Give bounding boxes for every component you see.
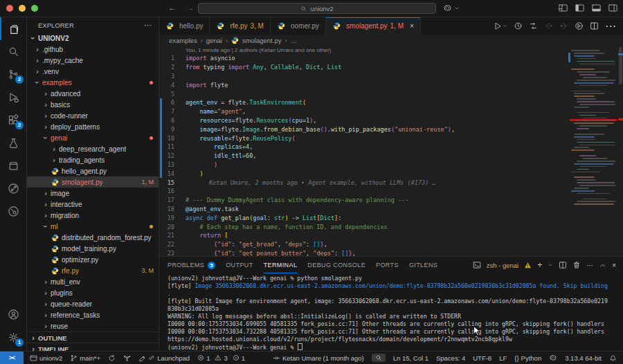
sidebar-item-smolagent.py[interactable]: smolagent.py1, M <box>27 176 159 188</box>
toggle-panel-icon[interactable] <box>592 4 601 12</box>
sidebar-item-multi_env[interactable]: ›multi_env <box>27 276 159 287</box>
sidebar-item-advanced[interactable]: ›advanced <box>27 88 159 99</box>
code-line-1[interactable]: 1import asyncio <box>159 54 623 63</box>
panel-more-actions-icon[interactable]: ⋯ <box>586 262 593 269</box>
run-python-file-button[interactable] <box>494 22 507 30</box>
code-line-2[interactable]: 2from typing import Any, Callable, Dict,… <box>159 63 623 72</box>
code-line-7[interactable]: 7 name="agent", <box>159 107 623 116</box>
close-tab-icon[interactable]: × <box>410 22 414 30</box>
sidebar-item-genai[interactable]: ›genai <box>27 132 159 143</box>
code-line-23[interactable]: 23 {"id": "get_peanut_butter", "deps": [… <box>159 249 623 256</box>
breadcrumb-item-smolagent.py[interactable]: smolagent.py <box>242 37 282 44</box>
breadcrumb-item-…[interactable]: … <box>290 37 297 44</box>
copilot-menu[interactable] <box>443 3 460 12</box>
python-interpreter-status[interactable]: 3.13.4 64-bit <box>565 354 602 362</box>
code-line-8[interactable]: 8 resources=flyte.Resources(cpu=1), <box>159 116 623 125</box>
flyte-extension-icon[interactable] <box>0 200 26 223</box>
new-terminal-button[interactable]: + <box>537 260 542 270</box>
code-line-6[interactable]: 6agent_env = flyte.TaskEnvironment( <box>159 98 623 107</box>
search-status-button[interactable] <box>372 354 386 362</box>
sidebar-item-image[interactable]: ›image <box>27 188 159 199</box>
indentation-status[interactable]: Spaces: 4 <box>436 354 465 362</box>
sidebar-item-queue-reader[interactable]: ›queue-reader <box>27 298 159 309</box>
cursor-position[interactable]: Ln 15, Col 1 <box>393 354 428 362</box>
explorer-more-actions[interactable]: ⋯ <box>144 21 152 30</box>
maximize-window-button[interactable] <box>31 5 38 12</box>
compare-changes-icon[interactable] <box>529 21 538 30</box>
notifications-button[interactable] <box>609 354 617 362</box>
language-mode[interactable]: {} Python <box>514 354 541 362</box>
sidebar-item-examples[interactable]: ›examples <box>27 77 159 88</box>
close-panel-icon[interactable]: × <box>612 262 616 269</box>
code-line-22[interactable]: 22 {"id": "get_bread", "deps": []}, <box>159 240 623 249</box>
sidebar-item-interactive[interactable]: ›interactive <box>27 199 159 210</box>
sidebar-item-plugins[interactable]: ›plugins <box>27 287 159 298</box>
code-line-15[interactable]: 15Ketan Umare, 2 months ago • Agent exam… <box>159 178 623 187</box>
tab-smolagent.py[interactable]: smolagent.py1, M× <box>326 17 421 35</box>
code-line-20[interactable]: 20 # Each step has a name, function ID, … <box>159 222 623 231</box>
previous-change-icon[interactable] <box>544 21 553 30</box>
panel-tab-problems[interactable]: PROBLEMS5 <box>168 257 215 273</box>
code-line-14[interactable]: 14 ) <box>159 169 623 178</box>
sidebar-item-deploy_patterns[interactable]: ›deploy_patterns <box>27 121 159 132</box>
library-view-icon[interactable] <box>0 154 26 177</box>
maximize-panel-icon[interactable] <box>599 262 606 269</box>
remote-indicator[interactable]: >< <box>0 352 24 364</box>
tab-rfe.py[interactable]: rfe.py3, M <box>210 17 270 35</box>
breadcrumb-item-genai[interactable]: genai <box>206 37 222 44</box>
sidebar-item-.venv[interactable]: ›.venv <box>27 66 159 77</box>
customize-layout-icon[interactable] <box>559 4 568 12</box>
outline-section[interactable]: › OUTLINE <box>27 331 159 343</box>
code-line-3[interactable]: 3 <box>159 72 623 81</box>
sidebar-item-optimizer.py[interactable]: optimizer.py <box>27 254 159 265</box>
more-actions-icon[interactable]: ⋯ <box>605 19 616 33</box>
toggle-secondary-sidebar-icon[interactable] <box>608 4 617 12</box>
eol-status[interactable]: LF <box>499 354 507 362</box>
next-change-icon[interactable] <box>559 21 568 30</box>
code-line-19[interactable]: 19async def get_plan(goal: str) -> List[… <box>159 213 623 222</box>
codelens-annotation[interactable]: You, 1 minute ago | 2 authors (Ketan Uma… <box>159 46 623 54</box>
run-interactive-icon[interactable] <box>575 21 584 30</box>
split-terminal-icon[interactable] <box>559 261 567 269</box>
code-line-12[interactable]: 12 idle_ttl=60, <box>159 152 623 161</box>
code-line-17[interactable]: 17# --- Dummy DummyAgent class with depe… <box>159 196 623 205</box>
testing-view-icon[interactable] <box>0 131 26 154</box>
sync-button[interactable] <box>108 354 116 362</box>
code-line-13[interactable]: 13 ) <box>159 161 623 170</box>
status-project[interactable]: unionv2 <box>30 354 62 362</box>
panel-tab-gitlens[interactable]: GITLENS <box>409 257 437 273</box>
minimap[interactable] <box>571 48 617 253</box>
close-window-button[interactable] <box>6 5 13 12</box>
nav-forward-button[interactable]: → <box>186 3 195 12</box>
sidebar-item-reuse[interactable]: ›reuse <box>27 320 159 331</box>
search-view-icon[interactable] <box>0 40 26 63</box>
code-line-10[interactable]: 10 reusable=flyte.ReusePolicy( <box>159 134 623 143</box>
union-extension-icon[interactable] <box>0 177 26 200</box>
sidebar-item-model_training.py[interactable]: model_training.py <box>27 243 159 254</box>
launchpad-button[interactable]: Launchpad <box>138 354 190 362</box>
panel-tab-ports[interactable]: PORTS <box>376 257 399 273</box>
kill-terminal-icon[interactable] <box>572 261 581 269</box>
sidebar-item-hello_agent.py[interactable]: hello_agent.py <box>27 165 159 176</box>
nav-back-button[interactable]: ← <box>168 3 177 12</box>
code-line-11[interactable]: 11 replicas=4, <box>159 143 623 152</box>
code-line-18[interactable]: 18@agent_env.task <box>159 205 623 214</box>
gitlens-blame-status[interactable]: Ketan Umare (1 month ago) <box>273 354 364 362</box>
panel-tab-output[interactable]: OUTPUT <box>226 257 253 273</box>
code-line-5[interactable]: 5 <box>159 89 623 98</box>
cluster-button[interactable] <box>123 354 131 362</box>
account-button[interactable] <box>0 303 26 326</box>
tab-oomer.py[interactable]: oomer.py <box>271 17 326 35</box>
sidebar-root-folder[interactable]: › UNIONV2 <box>27 33 159 44</box>
sidebar-item-rfe.py[interactable]: rfe.py3, M <box>27 265 159 276</box>
code-line-9[interactable]: 9 image=flyte.Image.from_debian_base().w… <box>159 125 623 134</box>
copilot-status[interactable] <box>549 354 557 362</box>
sidebar-item-.github[interactable]: ›.github <box>27 44 159 55</box>
sidebar-item-.mypy_cache[interactable]: ›.mypy_cache <box>27 55 159 66</box>
editor-scrollbar[interactable] <box>618 46 623 256</box>
breadcrumb-item-examples[interactable]: examples <box>169 37 197 44</box>
minimize-window-button[interactable] <box>19 5 26 12</box>
code-editor[interactable]: You, 1 minute ago | 2 authors (Ketan Uma… <box>159 46 623 256</box>
toggle-sidebar-icon[interactable] <box>575 4 584 12</box>
code-line-21[interactable]: 21 return [ <box>159 231 623 240</box>
